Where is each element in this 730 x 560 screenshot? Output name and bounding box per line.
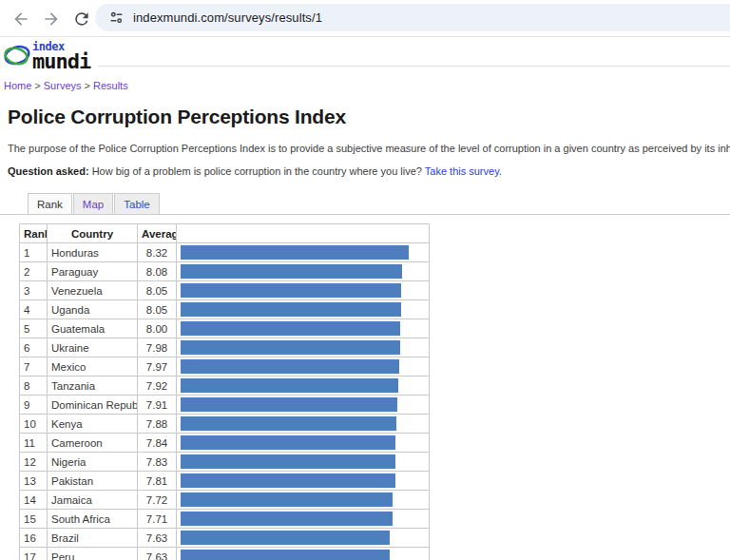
address-bar[interactable]: indexmundi.com/surveys/results/1 [95,4,730,31]
average-column-header: Average [138,224,177,243]
country-cell: Honduras [48,243,138,262]
reload-icon[interactable] [72,10,91,29]
value-bar [181,359,399,374]
rank-cell: 10 [20,415,48,434]
average-cell: 7.63 [138,548,177,560]
tab-map[interactable]: Map [73,193,113,215]
bar-cell [177,548,430,560]
average-cell: 7.88 [138,415,177,434]
rank-cell: 2 [20,262,48,281]
value-bar [181,340,400,355]
logo-wordmark: index mundi [32,41,90,70]
breadcrumb-link-surveys[interactable]: Surveys [44,80,82,91]
site-logo[interactable]: index mundi [3,41,96,70]
country-cell: Guatemala [48,319,138,338]
value-bar [181,264,402,279]
rank-cell: 13 [20,472,48,491]
bar-cell [177,357,430,377]
back-icon[interactable] [11,10,30,29]
table-row: 6Ukraine7.98 [20,338,430,357]
bar-cell [177,243,430,262]
question-label: Question asked: [8,165,89,177]
rank-cell: 16 [20,529,48,548]
rank-cell: 11 [20,434,48,453]
tab-table[interactable]: Table [114,193,160,215]
indexmundi-globe-icon [3,41,31,69]
browser-toolbar: indexmundi.com/surveys/results/1 [0,0,730,37]
average-cell: 7.84 [138,434,177,453]
table-row: 11Cameroon7.84 [20,434,430,453]
question-line: Question asked: How big of a problem is … [8,165,730,177]
bar-cell [177,453,430,472]
bar-cell [177,434,430,453]
breadcrumb-link-home[interactable]: Home [4,80,31,91]
rank-cell: 7 [20,357,48,377]
value-bar [181,550,390,560]
value-bar [181,512,393,526]
breadcrumb-separator: > [85,80,90,91]
average-cell: 7.72 [138,491,177,510]
take-survey-link[interactable]: Take this survey. [425,165,502,177]
url-text: indexmundi.com/surveys/results/1 [133,10,322,25]
average-cell: 8.32 [138,243,177,262]
average-cell: 7.91 [138,396,177,415]
tab-rank[interactable]: Rank [28,193,72,215]
table-header-row: Rank Country Average [20,224,430,243]
results-tabbar: RankMapTable [0,193,730,215]
bar-cell [177,472,430,491]
country-column-header: Country [48,224,138,243]
results-table: Rank Country Average 1Honduras8.322Parag… [19,223,430,560]
bar-cell [177,319,430,338]
country-cell: Peru [48,548,138,560]
average-cell: 8.05 [138,281,177,300]
average-cell: 7.92 [138,377,177,396]
average-cell: 8.08 [138,262,177,281]
breadcrumb-separator: > [34,80,40,91]
table-row: 16Brazil7.63 [20,529,430,548]
average-cell: 7.98 [138,338,177,357]
rank-column-header: Rank [20,224,48,243]
average-cell: 7.71 [138,510,177,529]
bar-cell [177,281,430,300]
bar-cell [177,262,430,281]
question-text: How big of a problem is police corruptio… [89,165,425,177]
logo-text-mundi: mundi [32,52,90,70]
value-bar [181,397,397,412]
country-cell: Dominican Republic [48,396,138,415]
header-divider [98,66,730,67]
country-cell: Kenya [48,415,138,434]
value-bar [181,302,401,317]
table-row: 17Peru7.63 [20,548,430,560]
country-cell: Nigeria [48,453,138,472]
table-row: 15South Africa7.71 [20,510,430,529]
value-bar [181,245,409,260]
site-header: index mundi [0,40,730,75]
bar-cell [177,396,430,415]
value-bar [181,473,395,488]
country-cell: Mexico [48,357,138,377]
page-description: The purpose of the Police Corruption Per… [8,143,730,154]
bar-cell [177,529,430,548]
country-cell: Venezuela [48,281,138,300]
table-row: 10Kenya7.88 [20,415,430,434]
table-row: 1Honduras8.32 [20,243,430,262]
country-cell: Uganda [48,300,138,319]
table-row: 13Pakistan7.81 [20,472,430,491]
country-cell: Cameroon [48,434,138,453]
average-cell: 8.05 [138,300,177,319]
rank-cell: 17 [20,548,48,560]
table-row: 2Paraguay8.08 [20,262,430,281]
value-bar [181,435,395,450]
breadcrumb-link-results[interactable]: Results [93,80,128,91]
site-info-icon[interactable] [108,10,125,26]
forward-icon[interactable] [42,10,61,29]
value-bar [181,531,390,545]
value-bar [181,321,400,336]
rank-cell: 1 [20,243,48,262]
bar-cell [177,491,430,510]
country-cell: Pakistan [48,472,138,491]
bar-cell [177,415,430,434]
average-cell: 7.83 [138,453,177,472]
value-bar [181,492,393,507]
average-cell: 7.81 [138,472,177,491]
